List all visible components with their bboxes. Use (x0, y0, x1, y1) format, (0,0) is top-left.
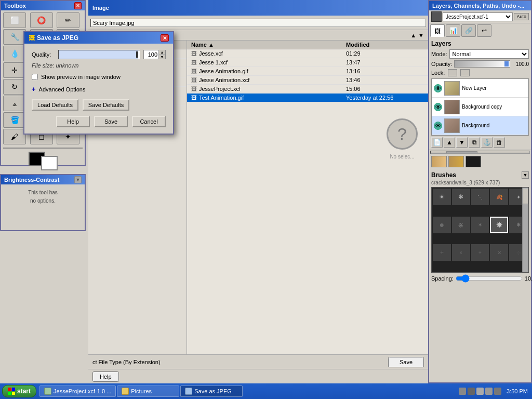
brush-thumb-3[interactable]: ⋱ (471, 189, 489, 205)
file-name-4: Jesse Animation.xcf (199, 77, 249, 83)
tab-undo[interactable]: ↩ (477, 24, 491, 37)
file-modified-1: 01:29 (346, 50, 424, 57)
tool-ellipse-select[interactable]: ⭕ (30, 12, 53, 28)
brush-thumb-2[interactable]: ✱ (452, 189, 470, 205)
layer-eye-new-layer[interactable]: 👁 (434, 84, 442, 92)
tool-perspective[interactable]: ⟁ (3, 96, 26, 111)
layers-scroll-thumb[interactable] (446, 151, 477, 153)
layer-item-bg-copy[interactable]: 👁 Background copy (432, 98, 528, 116)
save-dialog-button[interactable]: Save (94, 116, 128, 127)
bc-close-button[interactable]: ▼ (74, 176, 82, 183)
fb-file-row-jesse1-xcf[interactable]: 🖼Jesse 1.xcf 13:47 (187, 58, 428, 67)
tab-channels[interactable]: 📊 (446, 24, 460, 37)
file-icon-4: 🖼 (191, 77, 197, 83)
load-defaults-button[interactable]: Load Defaults (32, 99, 78, 111)
quality-spin-down[interactable]: ▼ (159, 55, 165, 59)
fb-files-panel: Name ▲ Modified 🖼Jesse.xcf 01:29 🖼Jesse … (187, 41, 428, 354)
preview-checkbox[interactable] (32, 74, 38, 80)
brush-thumb-4[interactable]: 🍂 (490, 189, 508, 205)
layer-delete-button[interactable]: 🗑 (494, 137, 505, 148)
tool-free-select[interactable]: ✏ (57, 12, 79, 28)
taskbar-item-label-2: Pictures (131, 388, 152, 394)
tab-paths[interactable]: 🔗 (461, 24, 476, 37)
color-swatch-1[interactable] (431, 156, 447, 167)
tab-layers[interactable]: 🖼 (430, 24, 445, 37)
layer-lower-button[interactable]: ▼ (456, 137, 468, 148)
file-icon-6: 🖼 (191, 95, 197, 101)
toolbox-close-button[interactable]: ✕ (74, 2, 82, 9)
tool-move[interactable]: ✛ (3, 62, 26, 78)
brush-thumb-6[interactable]: ● (433, 217, 451, 233)
quality-slider-track[interactable] (58, 50, 140, 59)
layer-item-new-layer[interactable]: 👁 New Layer (432, 79, 528, 98)
tool-rotate[interactable]: ↻ (3, 79, 26, 95)
brush-thumb-8[interactable]: ✶ (471, 217, 489, 233)
layer-anchor-button[interactable]: ⚓ (481, 137, 493, 148)
brush-thumb-11[interactable]: + (433, 244, 451, 261)
brush-thumb-selected[interactable]: ✵ (490, 217, 508, 233)
quality-spin-up[interactable]: ▲ (159, 50, 165, 55)
image-window-title: Image (92, 5, 109, 11)
fb-file-row-jesse-xcf[interactable]: 🖼Jesse.xcf 01:29 (187, 49, 428, 58)
fb-file-row-jesse-anim-xcf[interactable]: 🖼Jesse Animation.xcf 13:46 (187, 76, 428, 85)
help-button[interactable]: Help (92, 371, 119, 382)
layer-name-bg-copy: Background copy (462, 104, 502, 110)
help-button[interactable]: Help (56, 116, 90, 127)
brush-thumb-12[interactable]: × (452, 244, 470, 261)
lock-button-1[interactable] (448, 69, 457, 76)
save-defaults-button[interactable]: Save Defaults (83, 99, 129, 111)
bc-header: Brightness-Contrast ▼ (1, 175, 85, 184)
layers-scrollbar[interactable] (429, 150, 531, 154)
project-select[interactable]: JesseProject.xcf-1 (443, 12, 513, 21)
background-color-swatch[interactable] (41, 156, 58, 170)
layer-eye-bg-copy[interactable]: 👁 (434, 103, 442, 111)
lock-button-2[interactable] (460, 69, 470, 76)
tool-fuzzy-select[interactable]: 🔧 (3, 29, 26, 45)
taskbar-item-3[interactable]: Save as JPEG (180, 385, 243, 397)
filename-input[interactable] (90, 19, 426, 27)
brush-thumb-14[interactable]: ✕ (490, 244, 508, 261)
tool-divider (3, 148, 83, 149)
spacing-slider[interactable] (456, 275, 523, 282)
tool-bucket[interactable]: 🪣 (3, 112, 26, 128)
color-swatch-2[interactable] (448, 156, 464, 167)
tool-color-picker[interactable]: 💧 (3, 46, 26, 61)
quality-value-input[interactable] (144, 51, 158, 58)
start-button[interactable]: start (2, 385, 36, 397)
file-icon-3: 🖼 (191, 68, 197, 74)
mode-select[interactable]: Normal (449, 49, 529, 59)
fb-file-row-test-anim[interactable]: 🖼Test Animation.gif Yesterday at 22:56 (187, 94, 428, 102)
advanced-expand-icon[interactable]: + (32, 85, 36, 93)
color-swatch-3[interactable] (466, 156, 481, 167)
fb-scroll-up[interactable]: ▲ (410, 32, 416, 38)
taskbar-item-2[interactable]: Pictures (117, 385, 179, 397)
brushes-grid: • ✱ ⋱ 🍂 ✦ ● ⋇ ✶ ✵ ✱ + × + ✕ ⊹ (431, 187, 529, 273)
brush-thumb-7[interactable]: ⋇ (452, 217, 470, 233)
lock-label: Lock: (431, 70, 445, 76)
layer-raise-button[interactable]: ▲ (444, 137, 455, 148)
cancel-button[interactable]: Cancel (132, 116, 166, 127)
fb-scroll-down[interactable]: ▼ (418, 32, 424, 38)
auto-button[interactable]: Auto (514, 13, 529, 20)
taskbar-item-1[interactable]: JesseProject.xcf-1 0 ... (39, 385, 116, 397)
opacity-slider[interactable] (454, 60, 510, 68)
tool-rect-select[interactable]: ⬜ (3, 12, 26, 28)
layer-duplicate-button[interactable]: ⧉ (469, 137, 480, 148)
quality-value-box: ▲ ▼ (143, 50, 166, 59)
brushes-scrollbar[interactable] (522, 188, 528, 272)
filesize-text: File size: unknown (32, 62, 166, 69)
fb-file-row-jesseproject[interactable]: 🖼JesseProject.xcf 15:06 (187, 85, 428, 94)
brush-thumb-13[interactable]: + (471, 244, 489, 261)
layer-item-background[interactable]: 👁 Background (432, 116, 528, 135)
layer-eye-background[interactable]: 👁 (434, 122, 442, 130)
brushes-scroll-thumb[interactable] (523, 189, 528, 204)
layer-new-button[interactable]: 📄 (431, 137, 443, 148)
brush-thumb-1[interactable]: • (433, 189, 451, 205)
brushes-expand-button[interactable]: ▼ (522, 171, 529, 179)
dialog-close-button[interactable]: ✕ (161, 34, 169, 42)
fb-file-row-jesse-anim-gif[interactable]: 🖼Jesse Animation.gif 13:16 (187, 67, 428, 76)
brush-name: cracksandwalls_3 (629 x 737) (431, 180, 529, 185)
fb-save-button[interactable]: Save (388, 357, 424, 367)
tool-paintbrush[interactable]: 🖌 (3, 129, 26, 144)
tray-icon-5 (494, 388, 501, 395)
